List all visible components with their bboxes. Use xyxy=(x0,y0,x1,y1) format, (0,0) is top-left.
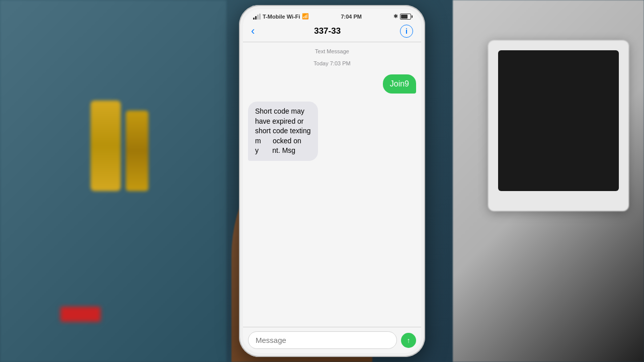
send-button[interactable]: ↑ xyxy=(401,333,416,348)
battery-fill xyxy=(401,15,408,19)
sent-message: Join9 xyxy=(248,74,416,94)
status-time: 7:04 PM xyxy=(341,14,362,20)
gold-object-2 xyxy=(126,111,148,191)
gold-object-1 xyxy=(91,101,121,191)
scene: T-Mobile Wi-Fi 📶 7:04 PM ✱ ‹ 337-33 xyxy=(0,0,644,362)
message-input[interactable] xyxy=(248,331,397,349)
input-bar: ↑ xyxy=(243,327,421,353)
nav-bar: ‹ 337-33 i xyxy=(243,22,421,42)
message-type-label: Text Message xyxy=(248,48,416,54)
phone-wrapper: T-Mobile Wi-Fi 📶 7:04 PM ✱ ‹ 337-33 xyxy=(224,0,440,362)
phone-screen: T-Mobile Wi-Fi 📶 7:04 PM ✱ ‹ 337-33 xyxy=(243,9,421,353)
signal-bar-3 xyxy=(257,15,259,20)
status-bar: T-Mobile Wi-Fi 📶 7:04 PM ✱ xyxy=(243,9,421,22)
messages-area: Text Message Today 7:03 PM Join9 Short c… xyxy=(243,42,421,327)
carrier-label: T-Mobile Wi-Fi xyxy=(263,14,300,20)
info-button[interactable]: i xyxy=(400,25,413,38)
sent-bubble: Join9 xyxy=(383,74,416,94)
status-left: T-Mobile Wi-Fi 📶 xyxy=(253,13,309,20)
bluetooth-icon: ✱ xyxy=(393,13,398,20)
message-time-label: Today 7:03 PM xyxy=(248,60,416,66)
received-bubble: Short code mayhave expired orshort code … xyxy=(248,102,318,161)
signal-bar-1 xyxy=(253,18,255,20)
status-right: ✱ xyxy=(393,13,411,20)
back-button[interactable]: ‹ xyxy=(251,26,255,37)
send-icon: ↑ xyxy=(407,337,411,344)
signal-bar-2 xyxy=(255,16,257,20)
wifi-icon: 📶 xyxy=(302,13,309,20)
signal-bars xyxy=(253,14,261,20)
phone: T-Mobile Wi-Fi 📶 7:04 PM ✱ ‹ 337-33 xyxy=(239,5,425,357)
info-icon: i xyxy=(406,27,408,35)
received-message: Short code mayhave expired orshort code … xyxy=(248,102,416,161)
signal-bar-4 xyxy=(259,14,261,20)
battery xyxy=(400,14,411,20)
white-frame-screen xyxy=(498,50,619,191)
received-bubble-text: Short code mayhave expired orshort code … xyxy=(255,107,311,154)
red-object xyxy=(60,307,101,322)
nav-title: 337-33 xyxy=(314,26,341,36)
